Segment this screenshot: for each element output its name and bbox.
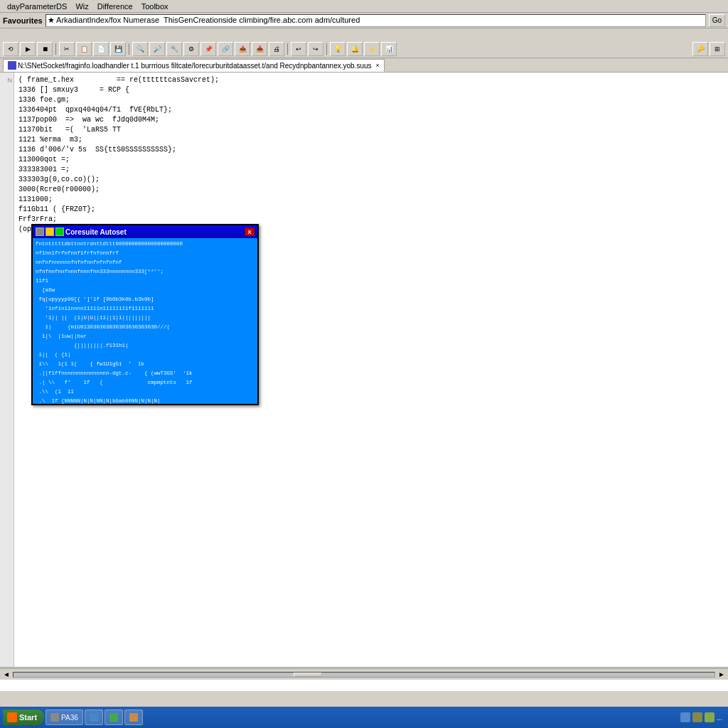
tab-close-btn[interactable]: × (376, 62, 380, 69)
code-line: 3000(Rcre0(r00000); (18, 185, 724, 195)
toolbar-btn-save[interactable]: 💾 (110, 42, 126, 56)
terminal-icon-yellow (46, 228, 54, 236)
terminal-line: fntntttttdbttnntrdnttdttt000000000000000… (36, 240, 255, 249)
taskbar-btn-label-pa36: PA36 (61, 714, 78, 722)
toolbar-btn-chart[interactable]: 📊 (381, 42, 397, 56)
toolbar-separator-4 (326, 43, 327, 55)
tray-clock: ... (717, 714, 722, 722)
toolbar-btn-power[interactable]: ⚡ (364, 42, 380, 56)
address-input[interactable] (46, 14, 706, 27)
toolbar-btn-undo[interactable]: ↩ (291, 42, 306, 56)
tab-icon (8, 61, 16, 70)
taskbar-tray: ... (680, 712, 725, 722)
terminal-line: .| \\ f' 1f { cmpmptnts 1f (36, 378, 255, 387)
toolbar-btn-zoom[interactable]: 🔎 (149, 42, 165, 56)
ide-toolbar: ⟲ ▶ ⏹ ✂ 📋 📄 💾 🔍 🔎 🔧 ⚙ 📌 🔗 📤 📥 🖨 ↩ ↪ 💡 🔔 … (0, 40, 728, 58)
toolbar-btn-download[interactable]: 📥 (252, 42, 267, 56)
taskbar-btn-icon-pa36 (50, 713, 59, 722)
code-line: 333383001 =; (18, 165, 724, 175)
terminal-line: 1|\ |1uw||bur (36, 332, 255, 341)
toolbar-btn-config[interactable]: ⚙ (183, 42, 199, 56)
tray-network-icon[interactable] (680, 712, 690, 722)
toolbar-btn-pin[interactable]: 📌 (200, 42, 216, 56)
toolbar-btn-search[interactable]: 🔍 (132, 42, 148, 56)
code-line: 1136 d'006/'v 5s SS{ttS0SSSSSSSSSS}; (18, 145, 724, 155)
toolbar-separator-1 (55, 43, 56, 55)
terminal-window: Coresuite Autoset X fntntttttdbttnntrdnt… (31, 224, 259, 405)
terminal-line: .\ 1f {NNNNN|N|N|NN|N|bGab00NN|N|N|N| (36, 397, 255, 404)
toolbar-btn-maximize[interactable]: ⊞ (710, 42, 725, 56)
terminal-close-button[interactable]: X (245, 228, 255, 236)
toolbar-btn-key[interactable]: 🔑 (692, 42, 708, 56)
terminal-body: fntntttttdbttnntrdnttdttt000000000000000… (33, 238, 257, 404)
ide-tab-main[interactable]: N:\SNetSocket/fraginfo.loadhandler t.1 b… (3, 59, 385, 72)
terminal-icon-gray (36, 228, 44, 236)
terminal-title-label: Coresuite Autoset (65, 228, 243, 236)
scroll-right-btn[interactable]: ► (718, 670, 725, 678)
terminal-line: .||f1ffnnnnnnnnnnnnnnn-dgt.c- { (wwT3GS'… (36, 369, 255, 378)
taskbar-btn-pa36[interactable]: PA36 (46, 710, 83, 725)
code-line: 1131000; (18, 195, 724, 205)
toolbar-btn-print[interactable]: 🖨 (269, 42, 284, 56)
terminal-line: nnfnfnnnnnnfnfnfnnfnfnfnfnf (36, 258, 255, 267)
terminal-line: '1|| |( (1|U|U||11||1|1||||||||| (36, 314, 255, 323)
terminal-titlebar: Coresuite Autoset X (33, 225, 257, 238)
code-line: 1121 %erma m3; (18, 135, 724, 145)
taskbar-btn-2[interactable] (85, 710, 103, 725)
tray-security-icon[interactable] (705, 712, 714, 722)
toolbar-btn-stop[interactable]: ⏹ (37, 42, 53, 56)
terminal-line: fq(upyyyp99[{ ']'1f [0b0b3k0b.b3k0b] (36, 295, 255, 304)
tray-volume-icon[interactable] (692, 712, 702, 722)
taskbar-btn-icon-2 (90, 713, 98, 722)
menu-item-toolbox[interactable]: Toolbox (137, 1, 173, 11)
terminal-line: '1nf1n11nnnn11111n11111111f1111111 (36, 304, 255, 314)
toolbar-separator-3 (287, 43, 288, 55)
windows-icon (7, 712, 17, 722)
terminal-line: .\\ (1 11 (36, 387, 255, 397)
tab-label: N:\SNetSocket/fraginfo.loadhandler t.1 b… (18, 62, 372, 70)
taskbar-btn-3[interactable] (105, 710, 123, 725)
code-line: Frf3rFra; (18, 215, 724, 225)
menu-item-day[interactable]: dayParameterDS (3, 1, 71, 11)
start-button[interactable]: Start (3, 710, 44, 725)
code-line: 113000qot =; (18, 155, 724, 165)
toolbar-btn-redo[interactable]: ↪ (308, 42, 323, 56)
scroll-left-btn[interactable]: ◄ (3, 670, 10, 678)
toolbar-btn-debug[interactable]: 💡 (330, 42, 346, 56)
toolbar-btn-copy[interactable]: 📋 (76, 42, 92, 56)
menu-bar: dayParameterDS Wiz Difference Toolbox (0, 0, 728, 13)
menu-item-wiz[interactable]: Wiz (71, 1, 92, 11)
terminal-line: nf1nn1frfnfnnf1frfnfnnnfrf (36, 249, 255, 258)
code-line: f11Gb11 ( {FRZ0T}; (18, 205, 724, 215)
taskbar: Start PA36 ... (0, 707, 728, 728)
toolbar-btn-cut[interactable]: ✂ (59, 42, 75, 56)
go-button[interactable]: Go (709, 14, 725, 27)
code-line: 1336 foe.gm; (18, 95, 724, 105)
toolbar-btn-run[interactable]: ▶ (20, 42, 36, 56)
terminal-line: {a6w (36, 286, 255, 295)
terminal-icon-green (55, 228, 64, 236)
terminal-line: nfnfnnfnnfnnnfnnnfnn333nnnnnnnn333[**''; (36, 267, 255, 277)
code-line: 1336404pt qpxq404q04/T1 fVE{RbLT}; (18, 105, 724, 115)
toolbar-separator-2 (129, 43, 129, 55)
toolbar-btn-upload[interactable]: 📤 (235, 42, 250, 56)
toolbar-btn-refresh[interactable]: ⟲ (3, 42, 18, 56)
terminal-line: {||||||||.f131h1| (36, 341, 255, 350)
address-label: Favourites (3, 16, 43, 25)
code-line: 333303g(0,co.co)(); (18, 175, 724, 185)
toolbar-btn-link[interactable]: 🔗 (218, 42, 233, 56)
code-line: 11370bit =( 'LaRS5 TT (18, 125, 724, 135)
toolbar-btn-settings[interactable]: 🔧 (166, 42, 182, 56)
ide-tabbar: N:\SNetSocket/fraginfo.loadhandler t.1 b… (0, 58, 728, 73)
toolbar-btn-notify[interactable]: 🔔 (347, 42, 363, 56)
taskbar-btn-4[interactable] (124, 710, 143, 725)
ide-scrollbar[interactable]: ◄ ► (0, 668, 728, 680)
menu-item-difference[interactable]: Difference (93, 1, 137, 11)
terminal-line: 1|| ( {1| (36, 350, 255, 360)
start-label: Start (19, 713, 37, 722)
taskbar-btn-icon-3 (109, 713, 118, 722)
toolbar-btn-paste[interactable]: 📄 (93, 42, 109, 56)
taskbar-btn-icon-4 (129, 713, 138, 722)
code-line: 1336 [] smxuy3 = RCP { (18, 85, 724, 95)
terminal-line: 1| {m1U013030303030303030303030///( (36, 323, 255, 332)
